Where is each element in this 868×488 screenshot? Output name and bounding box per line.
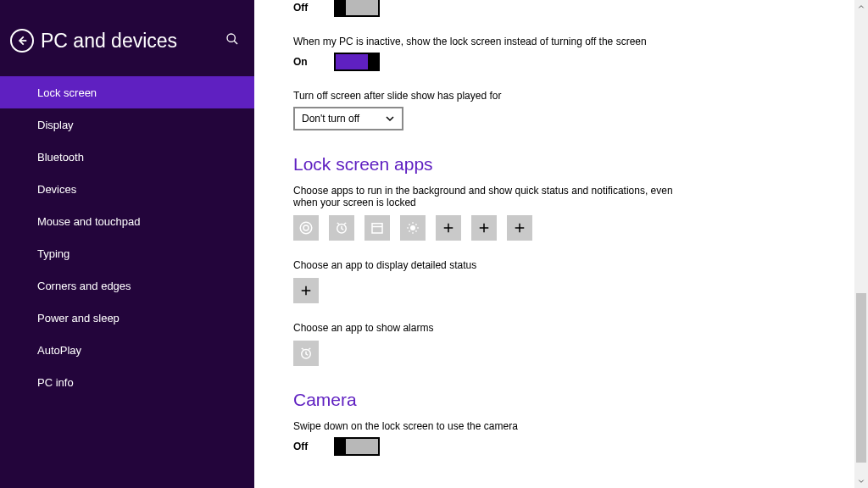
toggle-slideshow-battery[interactable] [334,0,380,17]
section-title-lock-apps: Lock screen apps [293,154,868,175]
setting-label: Choose apps to run in the background and… [293,185,683,208]
toggle-camera-swipe[interactable] [334,437,380,456]
sidebar-item-label: Power and sleep [37,312,120,324]
sidebar-item-label: Lock screen [37,86,97,99]
sidebar-item-corners-edges[interactable]: Corners and edges [0,269,254,302]
network-icon [298,220,314,236]
add-app-tile[interactable] [436,215,461,241]
toggle-knob [336,439,346,454]
main-content: Play a slide show when using battery pow… [254,0,868,488]
toggle-state-text: Off [293,441,319,452]
weather-icon [405,220,420,236]
sidebar-item-typing[interactable]: Typing [0,237,254,269]
setting-camera-swipe: Swipe down on the lock screen to use the… [293,420,868,456]
scroll-up-button[interactable] [854,0,868,14]
alarm-app-tile[interactable] [293,341,319,366]
toggle-knob [368,54,378,69]
alarms-tiles [293,341,868,366]
setting-label: Choose an app to show alarms [293,322,868,334]
app-tile-weather[interactable] [400,215,426,241]
svg-point-2 [300,222,312,234]
alarm-icon [298,346,314,361]
nav-list: Lock screen Display Bluetooth Devices Mo… [0,76,254,398]
search-icon [225,32,239,46]
setting-row: On [293,53,868,71]
add-detailed-app-tile[interactable] [293,278,319,303]
section-title-camera: Camera [293,390,868,410]
add-app-tile[interactable] [507,215,532,241]
back-button[interactable] [10,29,34,53]
content-panel: Play a slide show when using battery pow… [293,0,868,456]
sidebar-item-mouse-touchpad[interactable]: Mouse and touchpad [0,205,254,237]
sidebar-item-label: Display [37,119,74,131]
dropdown-value: Don't turn off [302,113,359,125]
scroll-down-button[interactable] [854,474,868,488]
sidebar-header: PC and devices [0,15,254,66]
sidebar-item-lock-screen[interactable]: Lock screen [0,76,254,108]
scroll-thumb[interactable] [856,293,866,463]
setting-slideshow-battery: Play a slide show when using battery pow… [293,0,868,17]
plus-icon [298,283,314,298]
alarm-icon [334,220,349,236]
sidebar-item-label: AutoPlay [37,344,81,357]
calendar-icon [370,220,385,236]
plus-icon [476,220,492,236]
toggle-state-text: Off [293,2,319,14]
app-window: PC and devices Lock screen Display Bluet… [0,0,868,488]
chevron-up-icon [858,3,865,10]
scroll-track[interactable] [854,14,868,474]
app-tile-alarm[interactable] [329,215,354,241]
svg-point-5 [410,225,415,230]
sidebar-item-label: PC info [37,376,74,389]
toggle-state-text: On [293,56,319,68]
svg-point-1 [303,225,309,230]
setting-label: Choose an app to display detailed status [293,259,868,271]
svg-point-0 [227,34,235,42]
setting-label: Turn off screen after slide show has pla… [293,90,868,102]
sidebar-item-devices[interactable]: Devices [0,173,254,205]
sidebar-item-label: Corners and edges [37,280,131,292]
setting-label: When my PC is inactive, show the lock sc… [293,36,868,47]
quick-status-tiles [293,215,868,241]
add-app-tile[interactable] [471,215,497,241]
setting-detailed-status-app: Choose an app to display detailed status [293,259,868,303]
app-tile-network[interactable] [293,215,319,241]
chevron-down-icon [858,478,865,485]
detailed-status-tiles [293,278,868,303]
sidebar-item-label: Mouse and touchpad [37,215,140,228]
app-tile-calendar[interactable] [364,215,390,241]
setting-inactive-lockscreen: When my PC is inactive, show the lock sc… [293,36,868,71]
sidebar-item-label: Typing [37,247,70,260]
setting-alarms-app: Choose an app to show alarms [293,322,868,366]
sidebar: PC and devices Lock screen Display Bluet… [0,0,254,488]
setting-quick-status-apps: Choose apps to run in the background and… [293,185,868,241]
chevron-down-icon [385,114,395,124]
search-button[interactable] [225,32,239,49]
toggle-knob [336,0,346,15]
svg-rect-4 [372,224,382,233]
dropdown-turnoff-screen[interactable]: Don't turn off [293,107,403,130]
sidebar-item-label: Devices [37,183,76,196]
sidebar-item-pc-info[interactable]: PC info [0,366,254,398]
setting-row: Off [293,437,868,456]
toggle-inactive-lockscreen[interactable] [334,53,380,71]
sidebar-item-autoplay[interactable]: AutoPlay [0,334,254,366]
sidebar-item-bluetooth[interactable]: Bluetooth [0,141,254,173]
vertical-scrollbar[interactable] [854,0,868,488]
plus-icon [441,220,456,236]
sidebar-item-display[interactable]: Display [0,108,254,141]
sidebar-item-power-sleep[interactable]: Power and sleep [0,302,254,334]
setting-turnoff-screen: Turn off screen after slide show has pla… [293,90,868,130]
plus-icon [512,220,527,236]
sidebar-item-label: Bluetooth [37,151,84,164]
setting-row: Off [293,0,868,17]
page-title: PC and devices [41,30,225,53]
setting-label: Swipe down on the lock screen to use the… [293,420,868,432]
back-arrow-icon [16,35,28,47]
